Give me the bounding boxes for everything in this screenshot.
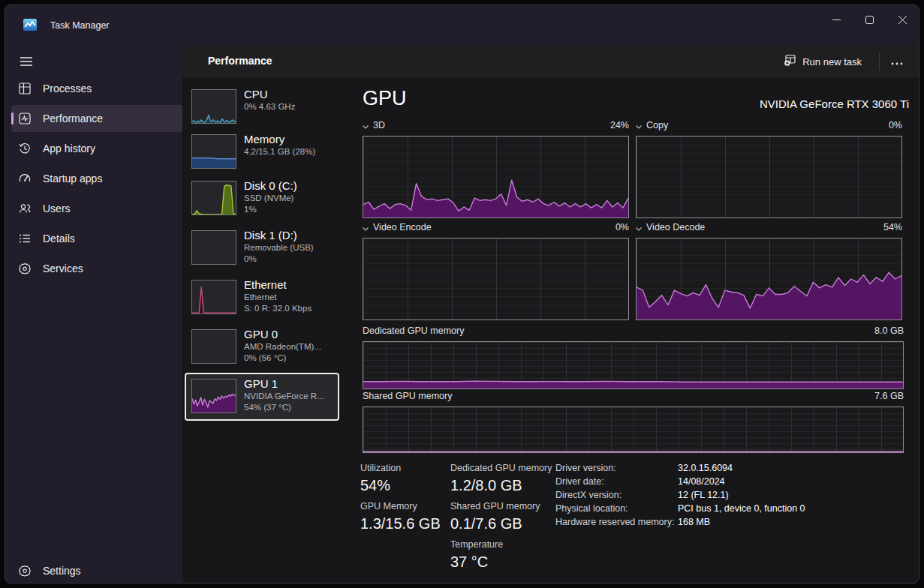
gpu-device-name: NVIDIA GeForce RTX 3060 Ti bbox=[631, 98, 909, 110]
gpu1-mini-chart bbox=[191, 379, 236, 413]
chart-header-video-encode: Video Encode 0% bbox=[363, 221, 629, 233]
performance-icon bbox=[19, 112, 31, 124]
page-title: Performance bbox=[208, 55, 272, 67]
sidebar-item-services[interactable]: Services bbox=[11, 255, 182, 282]
chevron-down-icon[interactable] bbox=[363, 220, 369, 234]
driver-row-value: 32.0.15.6094 bbox=[678, 463, 733, 473]
minimize-button[interactable] bbox=[820, 5, 853, 34]
chevron-down-icon[interactable] bbox=[636, 220, 642, 234]
hamburger-icon bbox=[20, 56, 32, 69]
chart-label: Shared GPU memory bbox=[363, 391, 452, 401]
chart-value: 54% bbox=[883, 222, 902, 232]
run-new-task-button[interactable]: Run new task bbox=[776, 50, 869, 73]
run-new-task-label: Run new task bbox=[802, 56, 862, 68]
perf-list-item-ethernet[interactable]: Ethernet Ethernet S: 0 R: 32.0 Kbps bbox=[185, 274, 339, 322]
utilization-value: 54% bbox=[360, 477, 390, 494]
chart-label: 3D bbox=[373, 120, 385, 130]
gpu-copy-chart[interactable] bbox=[636, 136, 902, 218]
chart-value: 24% bbox=[610, 120, 629, 130]
gpu0-mini-chart bbox=[191, 329, 236, 364]
perf-item-subtitle: NVIDIA GeForce R... bbox=[244, 391, 324, 402]
perf-item-title: GPU 1 bbox=[244, 377, 324, 391]
sidebar-label: App history bbox=[43, 142, 95, 154]
sidebar-item-performance[interactable]: Performance bbox=[11, 105, 182, 132]
run-new-task-icon bbox=[784, 54, 796, 70]
chevron-down-icon[interactable] bbox=[636, 118, 642, 132]
sidebar-label: Settings bbox=[43, 565, 81, 577]
sidebar-label: Users bbox=[43, 202, 71, 214]
chart-label: Dedicated GPU memory bbox=[363, 326, 464, 336]
details-list-icon bbox=[19, 232, 31, 244]
cpu-mini-chart bbox=[191, 89, 236, 124]
perf-list-item-memory[interactable]: Memory 4.2/15.1 GB (28%) bbox=[185, 128, 339, 176]
sidebar-label: Processes bbox=[43, 82, 92, 94]
perf-item-title: Ethernet bbox=[244, 278, 312, 292]
sidebar-label: Performance bbox=[43, 112, 103, 124]
gpu-memory-value: 1.3/15.6 GB bbox=[360, 515, 441, 532]
disk1-mini-chart bbox=[191, 230, 236, 265]
perf-item-subtitle: S: 0 R: 32.0 Kbps bbox=[244, 303, 312, 314]
perf-item-title: Disk 1 (D:) bbox=[244, 229, 314, 242]
perf-list-item-cpu[interactable]: CPU 0% 4.63 GHz bbox=[185, 83, 339, 131]
hardware-reserved-memory-row: Hardware reserved memory:168 MB bbox=[555, 517, 710, 530]
driver-version-row: Driver version:32.0.15.6094 bbox=[555, 463, 733, 476]
perf-list-item-disk1[interactable]: Disk 1 (D:) Removable (USB) 0% bbox=[185, 224, 339, 272]
users-icon bbox=[19, 202, 31, 214]
perf-item-subtitle: Ethernet bbox=[244, 292, 312, 303]
chart-label: Video Decode bbox=[646, 222, 705, 232]
disk0-mini-chart bbox=[191, 181, 236, 215]
dedicated-memory-chart[interactable] bbox=[363, 341, 904, 389]
sidebar-item-app-history[interactable]: App history bbox=[11, 135, 182, 162]
ethernet-mini-chart bbox=[191, 280, 236, 314]
physical-location-row: Physical location:PCI bus 1, device 0, f… bbox=[555, 503, 805, 517]
perf-item-subtitle: Removable (USB) bbox=[244, 242, 314, 254]
driver-row-value: 14/08/2024 bbox=[678, 476, 725, 487]
perf-item-subtitle: SSD (NVMe) bbox=[244, 193, 297, 204]
sidebar-item-users[interactable]: Users bbox=[11, 195, 182, 222]
perf-item-subtitle: 0% (56 °C) bbox=[244, 352, 321, 364]
gpu-3d-chart[interactable] bbox=[363, 136, 629, 218]
gpu-memory-label: GPU Memory bbox=[360, 501, 417, 512]
driver-row-label: Physical location: bbox=[555, 503, 678, 514]
sidebar-item-startup-apps[interactable]: Startup apps bbox=[11, 165, 182, 192]
close-button[interactable] bbox=[886, 5, 919, 34]
sidebar-item-processes[interactable]: Processes bbox=[11, 75, 182, 102]
speedometer-icon bbox=[19, 172, 31, 184]
dedicated-memory-header: Dedicated GPU memory 8.0 GB bbox=[363, 325, 904, 337]
perf-item-subtitle: 4.2/15.1 GB (28%) bbox=[244, 146, 315, 158]
gpu-video-encode-chart[interactable] bbox=[363, 238, 629, 320]
shared-memory-label: Shared GPU memory bbox=[450, 501, 540, 512]
chart-max-value: 8.0 GB bbox=[874, 326, 904, 336]
perf-list-item-gpu0[interactable]: GPU 0 AMD Radeon(TM)... 0% (56 °C) bbox=[185, 323, 339, 371]
sidebar-label: Services bbox=[43, 262, 83, 274]
sidebar-item-details[interactable]: Details bbox=[11, 225, 182, 252]
settings-gear-icon bbox=[19, 565, 31, 577]
shared-memory-header: Shared GPU memory 7.6 GB bbox=[363, 390, 904, 402]
sidebar-item-settings[interactable]: Settings bbox=[11, 557, 182, 584]
maximize-button[interactable] bbox=[853, 5, 886, 34]
ellipsis-icon bbox=[891, 55, 903, 68]
more-options-button[interactable] bbox=[884, 50, 910, 73]
task-manager-app-icon bbox=[22, 16, 38, 33]
services-gear-icon bbox=[19, 262, 31, 274]
driver-row-value: 12 (FL 12.1) bbox=[678, 490, 729, 500]
perf-item-title: GPU 0 bbox=[244, 328, 321, 341]
chart-value: 0% bbox=[889, 120, 902, 130]
dedicated-memory-value: 1.2/8.0 GB bbox=[450, 477, 522, 494]
screen: Task Manager bbox=[0, 0, 924, 588]
perf-list-item-disk0[interactable]: Disk 0 (C:) SSD (NVMe) 1% bbox=[185, 175, 339, 223]
panel-header: Performance Run new task bbox=[182, 44, 919, 79]
driver-row-label: Driver date: bbox=[555, 476, 678, 487]
sidebar-label: Details bbox=[43, 232, 75, 244]
temperature-value: 37 °C bbox=[450, 554, 488, 571]
chart-label: Video Encode bbox=[373, 222, 432, 232]
driver-row-value: 168 MB bbox=[678, 517, 710, 527]
chevron-down-icon[interactable] bbox=[363, 118, 369, 132]
perf-list-item-gpu1[interactable]: GPU 1 NVIDIA GeForce R... 54% (37 °C) bbox=[185, 373, 339, 421]
shared-memory-value: 0.1/7.6 GB bbox=[450, 515, 522, 532]
gpu-video-decode-chart[interactable] bbox=[636, 238, 902, 320]
window-title: Task Manager bbox=[50, 20, 110, 31]
shared-memory-chart[interactable] bbox=[363, 406, 904, 453]
navigation-menu-button[interactable] bbox=[15, 51, 38, 74]
perf-item-title: Disk 0 (C:) bbox=[244, 179, 297, 193]
